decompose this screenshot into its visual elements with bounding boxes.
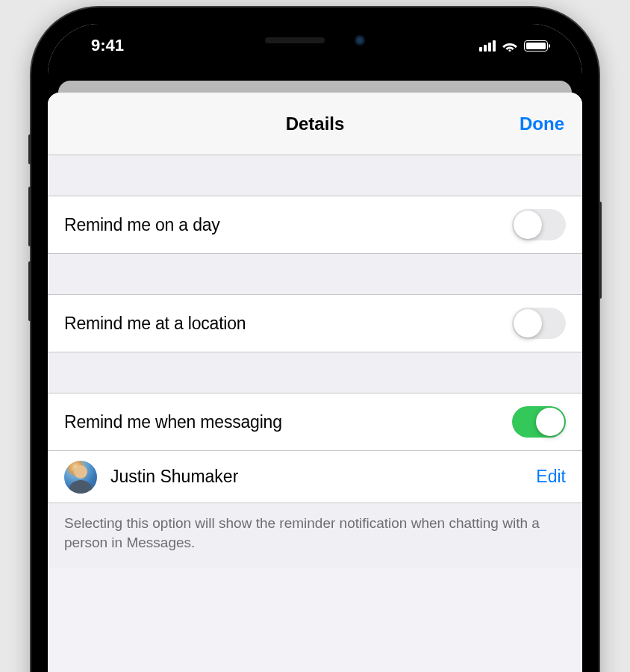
remind-location-toggle[interactable]	[512, 308, 566, 339]
done-button[interactable]: Done	[520, 113, 564, 134]
cellular-signal-icon	[479, 40, 496, 52]
phone-frame: 9:41	[31, 7, 599, 672]
settings-list: Remind me on a day Remind me at a locati…	[48, 155, 582, 568]
contact-row[interactable]: Justin Shumaker Edit	[48, 451, 582, 503]
remind-location-label: Remind me at a location	[64, 314, 246, 334]
remind-messaging-row[interactable]: Remind me when messaging	[48, 393, 582, 451]
screen: 9:41	[48, 24, 582, 672]
edit-contact-button[interactable]: Edit	[536, 467, 566, 487]
battery-icon	[524, 40, 548, 52]
contact-name: Justin Shumaker	[110, 467, 523, 487]
nav-bar: Details Done	[48, 93, 582, 155]
section-spacer	[48, 352, 582, 393]
details-sheet: Details Done Remind me on a day Remind m…	[48, 93, 582, 672]
volume-down-button	[28, 261, 31, 321]
nav-title: Details	[286, 113, 345, 134]
section-footer: Selecting this option will show the remi…	[48, 503, 582, 568]
wifi-icon	[502, 40, 518, 52]
speaker-grille	[265, 37, 325, 43]
remind-day-toggle[interactable]	[512, 209, 566, 240]
remind-messaging-toggle[interactable]	[512, 406, 566, 438]
remind-day-label: Remind me on a day	[64, 215, 220, 235]
section-spacer	[48, 155, 582, 196]
notch	[196, 24, 434, 57]
remind-location-row[interactable]: Remind me at a location	[48, 294, 582, 352]
mute-switch	[28, 134, 31, 164]
status-indicators	[479, 40, 548, 52]
remind-messaging-label: Remind me when messaging	[64, 412, 282, 432]
status-time: 9:41	[91, 36, 124, 55]
contact-avatar	[64, 461, 97, 494]
section-spacer	[48, 254, 582, 294]
front-camera	[355, 35, 365, 46]
remind-day-row[interactable]: Remind me on a day	[48, 196, 582, 254]
volume-up-button	[28, 187, 31, 246]
power-button	[599, 202, 602, 299]
